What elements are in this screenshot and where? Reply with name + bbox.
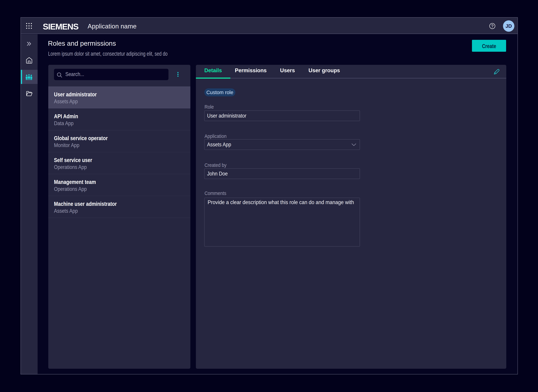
svg-text:?: ? <box>491 24 494 28</box>
